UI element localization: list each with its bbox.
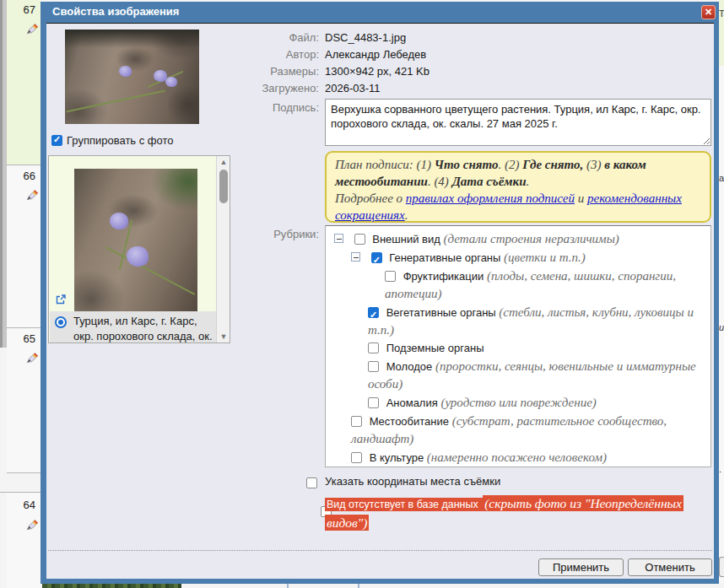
author-value: Александр Лебедев: [325, 48, 426, 61]
bg-table-line: [287, 584, 289, 588]
size-value: 1300×942 px, 421 Kb: [325, 65, 430, 78]
edit-pencil-icon[interactable]: [24, 350, 40, 365]
rubrics-tree[interactable]: Внешний вид (детали строения неразличимы…: [325, 225, 711, 467]
rubric-checkbox[interactable]: [368, 361, 379, 372]
rubric-annotation: (детали строения неразличимы): [443, 232, 619, 245]
external-link-icon[interactable]: [55, 294, 67, 305]
page-scrollbar[interactable]: [0, 0, 7, 348]
row-number: 66: [24, 170, 35, 182]
bg-text-fragment: а: [719, 173, 724, 185]
selected-photo-group-item[interactable]: Турция, ил Карс, г. Карс, окр. пороховог…: [50, 311, 217, 343]
hint-text: и: [575, 192, 587, 205]
caption-hint-box: План подписи: (1) Что снято. (2) Где сня…: [325, 151, 711, 223]
hint-text: План подписи: (1): [335, 158, 435, 171]
bg-table-line: [358, 584, 359, 588]
rubric-row: Фруктификации (плоды, семена, шишки, спо…: [326, 267, 705, 303]
table-row: 66: [7, 166, 41, 328]
file-label: Файл:: [219, 31, 319, 44]
rubric-annotation: (намеренно посажено человеком): [427, 450, 607, 464]
collapse-icon[interactable]: [334, 234, 343, 243]
table-row: 67: [7, 0, 41, 165]
group-photo-thumbnail: [74, 169, 197, 311]
bg-text-fragment: .: [719, 464, 724, 476]
hint-bold: Дата съёмки: [452, 175, 527, 188]
rubric-row: Местообитание (субстрат, растительное со…: [326, 413, 705, 448]
coords-label: Указать координаты места съёмки: [325, 475, 500, 488]
file-value: DSC_4483-1.jpg: [325, 31, 406, 44]
uploaded-label: Загружено:: [219, 82, 319, 94]
hint-bold: Что снято: [435, 158, 499, 171]
footer-divider: [48, 550, 712, 551]
collapse-icon[interactable]: [351, 252, 360, 262]
photo-group-listbox[interactable]: Турция, ил Карс, г. Карс, окр. пороховог…: [48, 155, 230, 343]
rubric-checkbox[interactable]: [351, 452, 362, 463]
rubric-row: Молодое (проростки, сеянцы, ювенильные и…: [326, 358, 705, 393]
apply-button[interactable]: Применить: [538, 558, 624, 576]
rubric-annotation: (уродство или повреждение): [440, 396, 596, 409]
rubric-row: Внешний вид (детали строения неразличимы…: [326, 230, 705, 248]
hint-text: . (2): [498, 158, 522, 171]
group-with-photo-label: Группировать с фото: [67, 134, 174, 147]
rubric-row: Вегетативные органы (стебли, листья, клу…: [326, 304, 705, 339]
hint-text: Подробнее о: [335, 192, 406, 205]
hint-text: .: [527, 175, 530, 188]
rubric-label: Молодое: [386, 360, 433, 373]
rubric-checkbox[interactable]: [368, 397, 379, 408]
coords-checkbox[interactable]: [306, 477, 317, 488]
rubric-label: Подземные органы: [386, 342, 484, 354]
rubric-checkbox[interactable]: [385, 271, 396, 282]
row-number: 65: [24, 332, 35, 345]
hint-bold: Где снято,: [522, 158, 583, 171]
hint-text: (3): [583, 158, 604, 171]
bg-text-fragment: и: [719, 322, 724, 334]
author-label: Автор:: [219, 48, 319, 61]
scroll-down-icon[interactable]: ▼: [217, 331, 230, 343]
rubric-label: В культуре: [370, 451, 424, 464]
scroll-up-icon[interactable]: ▲: [217, 156, 230, 168]
caption-textarea[interactable]: Верхушка сорванного цветущего растения. …: [325, 99, 711, 146]
group-radio[interactable]: [55, 316, 67, 328]
edit-pencil-icon[interactable]: [24, 187, 40, 202]
edit-pencil-icon[interactable]: [24, 21, 40, 36]
rubric-label: Местообитание: [370, 415, 449, 428]
edit-pencil-icon[interactable]: [24, 517, 40, 532]
listbox-scrollbar[interactable]: ▲ ▼: [216, 156, 230, 343]
rubric-checkbox[interactable]: [351, 416, 362, 427]
species-absent-label: Вид отсутствует в базе данных (скрыть фо…: [325, 494, 683, 531]
rubric-checkbox[interactable]: [354, 234, 365, 245]
uploaded-value: 2026-03-11: [325, 82, 381, 94]
rubric-checkbox[interactable]: [371, 252, 382, 263]
group-with-photo-checkbox[interactable]: [51, 135, 62, 146]
rubric-row: Генеративные органы (цветки и т.п.): [326, 249, 705, 267]
rubric-checkbox[interactable]: [368, 343, 379, 353]
photo-preview: [65, 30, 199, 124]
rubric-label: Внешний вид: [372, 233, 440, 245]
table-row: 64: [7, 493, 41, 588]
row-number: 67: [24, 3, 35, 16]
bg-photo-sliver: [42, 584, 181, 588]
rubric-label: Вегетативные органы: [386, 306, 496, 319]
caption-label: Подпись:: [219, 101, 319, 114]
rubric-label: Генеративные органы: [389, 251, 500, 264]
dialog-title: Свойства изображения: [52, 5, 179, 18]
group-with-photo-row: Группировать с фото: [51, 134, 174, 147]
bg-text-fragment: Т: [719, 8, 724, 20]
species-absent-plain: Вид отсутствует в базе данных: [325, 498, 483, 511]
scrollbar-thumb[interactable]: [219, 170, 228, 203]
rubric-label: Фруктификации: [403, 270, 484, 283]
rubrics-label: Рубрики:: [219, 228, 319, 240]
rubric-checkbox[interactable]: [368, 307, 379, 318]
bg-button-fragment: [719, 557, 724, 577]
rubric-annotation: (цветки и т.п.): [504, 251, 586, 264]
rubric-row: Аномалия (уродство или повреждение): [326, 394, 705, 412]
hint-text: .: [405, 208, 408, 222]
dialog-titlebar[interactable]: Свойства изображения ✕: [41, 2, 719, 23]
group-caption: Турция, ил Карс, г. Карс, окр. пороховог…: [73, 314, 219, 343]
rubric-row: В культуре (намеренно посажено человеком…: [326, 449, 705, 467]
hint-text: . (4): [428, 175, 452, 188]
caption-rules-link[interactable]: правилах оформления подписей: [406, 192, 575, 205]
close-icon[interactable]: ✕: [701, 5, 716, 19]
rubric-label: Аномалия: [386, 396, 438, 409]
cancel-button[interactable]: Отменить: [628, 558, 712, 576]
row-number: 64: [24, 499, 35, 511]
